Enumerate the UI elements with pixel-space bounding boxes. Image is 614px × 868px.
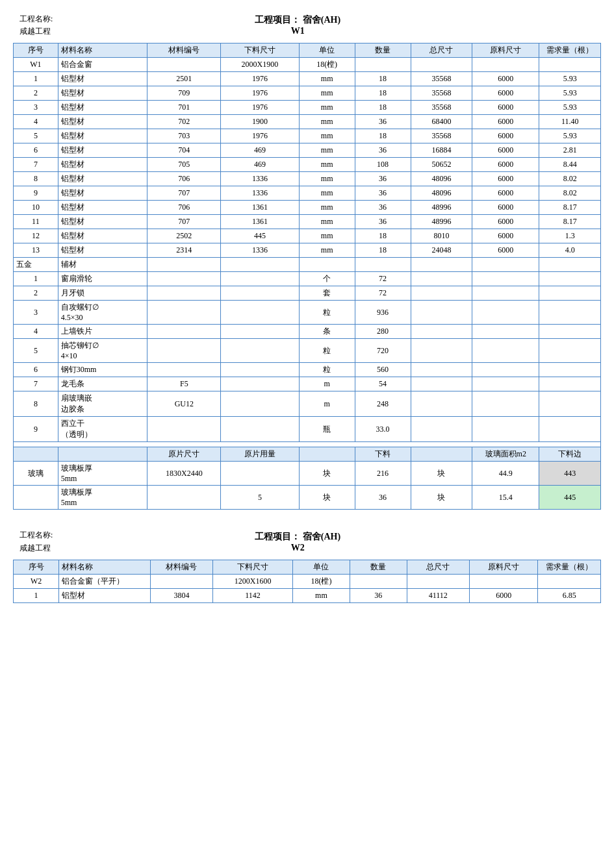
category-row-hardware: 五金 辅材 [14, 258, 601, 272]
cell-name: 上墙铁片 [58, 325, 147, 339]
cell-name: 铝型材 [58, 215, 147, 229]
s2-window-req [538, 574, 601, 588]
spacer [14, 442, 601, 447]
cell-req [539, 325, 601, 339]
cell-raw: 6000 [472, 72, 539, 86]
cell-cut: 1336 [221, 243, 299, 258]
cell-total: 8010 [411, 229, 472, 243]
col-header-code: 材料编号 [147, 43, 221, 58]
cell-code: 704 [147, 143, 221, 158]
cell-name: 铝型材 [58, 143, 147, 158]
cell-code: 709 [147, 86, 221, 101]
cell-raw [472, 286, 539, 301]
cell-raw: 6000 [472, 101, 539, 115]
cell-req: 4.0 [539, 243, 601, 258]
glass-unit3: 块 [299, 486, 355, 510]
cell-qty: 18 [355, 86, 411, 101]
cell-qty: 248 [355, 391, 411, 417]
window-id: W1 [14, 58, 58, 72]
glass-row-1: 玻璃 玻璃板厚5mm 1830X2440 块 216 块 44.9 443 [14, 462, 601, 486]
glass-header-row: 原片尺寸 原片用量 下料 玻璃面积m2 下料边 [14, 447, 601, 462]
cell-req [539, 339, 601, 363]
cell-unit: m [299, 391, 355, 417]
cell-req [539, 272, 601, 286]
cell-seq: 2 [14, 286, 58, 301]
section1-header: 工程名称: 咸越工程 工程项目： 宿舍(AH) W1 [13, 13, 601, 38]
cat-label2: 辅材 [58, 258, 147, 272]
cell-code [147, 272, 221, 286]
cell-seq: 3 [14, 101, 58, 115]
cell-raw [472, 391, 539, 417]
section2-header: 工程名称: 咸越工程 工程项目： 宿舍(AH) W2 [13, 529, 601, 554]
cat-empty7 [539, 258, 601, 272]
cell-cut: 1361 [221, 215, 299, 229]
cell-unit: mm [299, 129, 355, 143]
table-row: 1 窗扇滑轮 个 72 [14, 272, 601, 286]
s2-window-total [407, 574, 470, 588]
cell-unit: mm [299, 172, 355, 186]
cell-code [147, 325, 221, 339]
col-header-req: 需求量（根） [539, 43, 601, 58]
s2-cell-total: 41112 [407, 588, 470, 602]
cell-total: 35568 [411, 129, 472, 143]
cell-seq: 8 [14, 391, 58, 417]
cell-cut: 469 [221, 143, 299, 158]
cell-qty: 36 [355, 172, 411, 186]
cell-unit: mm [299, 243, 355, 258]
cell-qty: 36 [355, 115, 411, 129]
cell-seq: 13 [14, 243, 58, 258]
cell-req: 11.40 [539, 115, 601, 129]
col-header-seq: 序号 [14, 43, 58, 58]
s2-window-qty [350, 574, 407, 588]
table-row: 8 铝型材 706 1336 mm 36 48096 6000 8.02 [14, 172, 601, 186]
cell-qty: 936 [355, 301, 411, 325]
project-name-label: 工程名称: [19, 14, 53, 23]
table-row: 3 铝型材 701 1976 mm 18 35568 6000 5.93 [14, 101, 601, 115]
s2-cell-req: 6.85 [538, 588, 601, 602]
window-name: 铝合金窗 [58, 58, 147, 72]
cell-cut: 1976 [221, 129, 299, 143]
gh-name [58, 447, 147, 462]
table-row: 4 上墙铁片 条 280 [14, 325, 601, 339]
cell-qty: 33.0 [355, 417, 411, 442]
cell-req [539, 363, 601, 377]
cell-unit: m [299, 377, 355, 391]
cell-cut [221, 301, 299, 325]
table-row: 5 铝型材 703 1976 mm 18 35568 6000 5.93 [14, 129, 601, 143]
s2-project-item-value: 宿舍(AH) [303, 532, 340, 541]
cell-seq: 1 [14, 272, 58, 286]
cell-code [147, 339, 221, 363]
cell-total [411, 325, 472, 339]
s2-window-unit: 18(樘) [293, 574, 350, 588]
window-req [539, 58, 601, 72]
cell-unit: 套 [299, 286, 355, 301]
table-row: 6 钢钉30mm 粒 560 [14, 363, 601, 377]
cell-name: 西立干（透明） [58, 417, 147, 442]
cell-seq: 7 [14, 158, 58, 172]
cell-cut: 1976 [221, 72, 299, 86]
window-size: 2000X1900 [221, 58, 299, 72]
cell-unit: 粒 [299, 339, 355, 363]
table-row: 10 铝型材 706 1361 mm 36 48996 6000 8.17 [14, 201, 601, 215]
cell-req: 5.93 [539, 129, 601, 143]
cell-code [147, 286, 221, 301]
cell-qty: 36 [355, 186, 411, 201]
cell-cut [221, 325, 299, 339]
cell-req: 8.44 [539, 158, 601, 172]
cell-code: 701 [147, 101, 221, 115]
s2-project-name-label: 工程名称: [19, 530, 53, 539]
cell-total: 16884 [411, 143, 472, 158]
cell-raw: 6000 [472, 243, 539, 258]
cell-unit: mm [299, 143, 355, 158]
cell-total [411, 272, 472, 286]
cell-qty: 108 [355, 158, 411, 172]
cat-empty2 [221, 258, 299, 272]
window-code [147, 58, 221, 72]
cell-cut: 1976 [221, 101, 299, 115]
cell-qty: 560 [355, 363, 411, 377]
glass-name2: 玻璃板厚5mm [58, 486, 147, 510]
cell-qty: 72 [355, 286, 411, 301]
main-table-w2: 序号 材料名称 材料编号 下料尺寸 单位 数量 总尺寸 原料尺寸 需求量（根） … [13, 560, 601, 603]
cell-cut [221, 377, 299, 391]
cell-name: 铝型材 [58, 172, 147, 186]
